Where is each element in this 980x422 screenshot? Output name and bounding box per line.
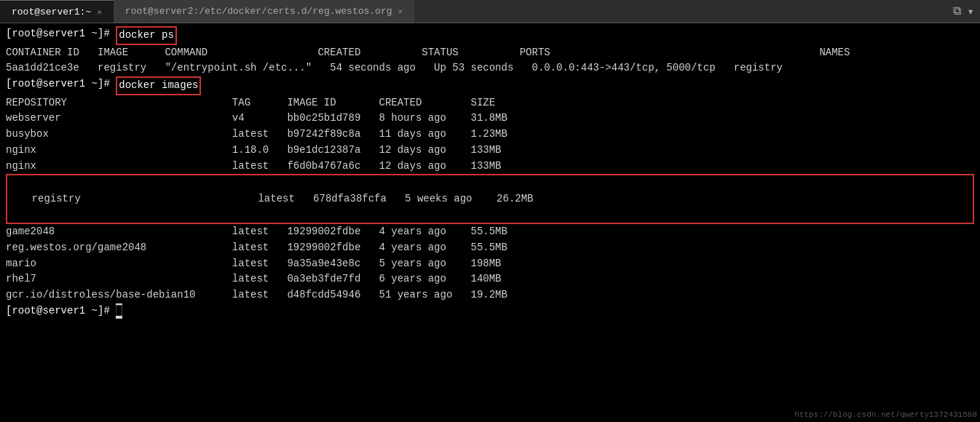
tab-bar: root@server1:~ ✕ root@server2:/etc/docke… [0,0,980,23]
tab-actions: ⧉ ▾ [953,4,980,19]
line-mario: mario latest 9a35a9e43e8c 5 years ago 19… [6,256,974,272]
menu-icon[interactable]: ▾ [967,4,974,19]
tab-server1[interactable]: root@server1:~ ✕ [0,0,114,23]
line-final-prompt: [root@server1 ~]# █ [6,303,974,319]
mario-row: mario latest 9a35a9e43e8c 5 years ago 19… [6,256,502,272]
game2048-row: game2048 latest 19299002fdbe 4 years ago… [6,224,507,240]
rhel7-row: rhel7 latest 0a3eb3fde7fd 6 years ago 14… [6,271,502,287]
tab-server2[interactable]: root@server2:/etc/docker/certs.d/reg.wes… [114,0,414,23]
line-docker-images: [root@server1 ~]# docker images [6,76,974,95]
line-reg-game2048: reg.westos.org/game2048 latest 19299002f… [6,240,974,256]
terminal: [root@server1 ~]# docker ps CONTAINER ID… [0,23,980,422]
cursor: █ [116,303,122,319]
line-ps-header: CONTAINER ID IMAGE COMMAND CREATED STATU… [6,45,974,61]
webserver-row: webserver v4 bb0c25b1d789 8 hours ago 31… [6,111,507,127]
nginx-1180-row: nginx 1.18.0 b9e1dc12387a 12 days ago 13… [6,143,502,159]
watermark: https://blog.csdn.net/qwerty1372431588 [794,410,977,419]
line-nginx-1180: nginx 1.18.0 b9e1dc12387a 12 days ago 13… [6,143,974,159]
cmd-docker-images: docker images [116,76,201,95]
registry-row: registry latest 678dfa38fcfa 5 weeks ago… [32,193,534,204]
ps-header-text: CONTAINER ID IMAGE COMMAND CREATED STATU… [6,45,850,61]
restore-icon[interactable]: ⧉ [953,4,961,18]
line-images-header: REPOSITORY TAG IMAGE ID CREATED SIZE [6,95,974,111]
line-distroless: gcr.io/distroless/base-debian10 latest d… [6,287,974,303]
line-webserver: webserver v4 bb0c25b1d789 8 hours ago 31… [6,111,974,127]
reg-game2048-row: reg.westos.org/game2048 latest 19299002f… [6,240,507,256]
line-docker-ps: [root@server1 ~]# docker ps [6,26,974,45]
line-rhel7: rhel7 latest 0a3eb3fde7fd 6 years ago 14… [6,271,974,287]
line-game2048: game2048 latest 19299002fdbe 4 years ago… [6,224,974,240]
nginx-latest-row: nginx latest f6d0b4767a6c 12 days ago 13… [6,159,502,175]
line-busybox: busybox latest b97242f89c8a 11 days ago … [6,127,974,143]
ps-row-text: 5aa1dd21ce3e registry "/entrypoint.sh /e… [6,60,783,76]
prompt-2: [root@server1 ~]# [6,76,116,95]
distroless-row: gcr.io/distroless/base-debian10 latest d… [6,287,507,303]
tab-server2-label: root@server2:/etc/docker/certs.d/reg.wes… [125,6,392,17]
images-header-text: REPOSITORY TAG IMAGE ID CREATED SIZE [6,95,495,111]
line-nginx-latest: nginx latest f6d0b4767a6c 12 days ago 13… [6,159,974,175]
line-ps-row: 5aa1dd21ce3e registry "/entrypoint.sh /e… [6,60,974,76]
tab-server1-label: root@server1:~ [12,7,91,17]
tab-server1-close[interactable]: ✕ [97,7,102,17]
tab-server2-close[interactable]: ✕ [398,7,403,16]
final-prompt: [root@server1 ~]# [6,303,116,319]
prompt-1: [root@server1 ~]# [6,26,116,45]
line-registry: registry latest 678dfa38fcfa 5 weeks ago… [6,174,974,224]
cmd-docker-ps: docker ps [116,26,177,45]
busybox-row: busybox latest b97242f89c8a 11 days ago … [6,127,507,143]
